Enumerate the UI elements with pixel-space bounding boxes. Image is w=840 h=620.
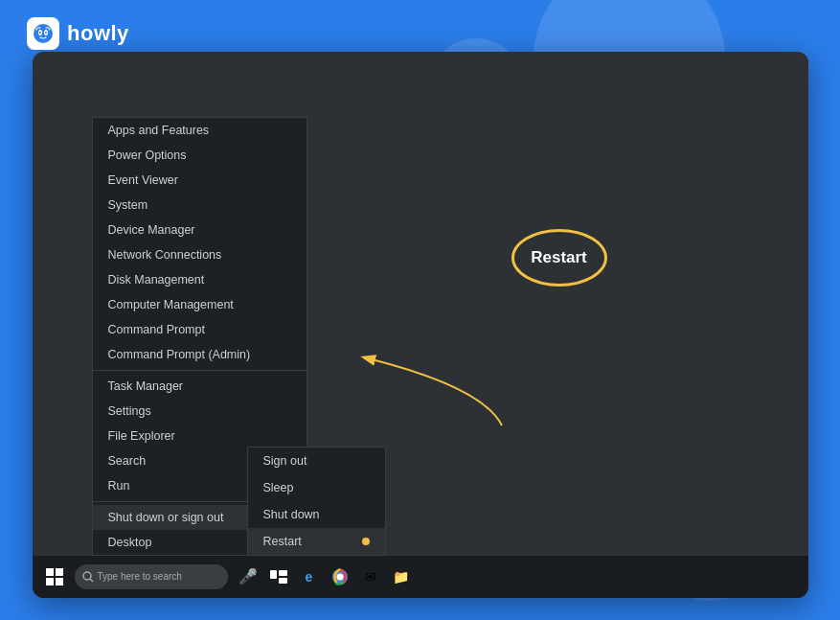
restart-dot [362, 538, 370, 545]
desktop: Apps and FeaturesPower OptionsEvent View… [33, 52, 808, 598]
explorer-icon[interactable]: 📁 [391, 566, 412, 587]
winx-menu-item-system[interactable]: System [93, 193, 306, 218]
winx-menu-item-apps-features[interactable]: Apps and Features [93, 118, 306, 143]
logo-bar: howly [27, 17, 129, 50]
submenu-item-restart[interactable]: Restart [248, 528, 385, 555]
winx-menu-item-disk-management[interactable]: Disk Management [93, 267, 306, 292]
restart-highlight-circle: Restart [511, 229, 607, 287]
mail-icon[interactable]: ✉ [360, 566, 381, 587]
winx-menu-item-event-viewer[interactable]: Event Viewer [93, 168, 306, 193]
svg-rect-7 [56, 568, 63, 576]
logo-icon [27, 17, 59, 50]
start-button[interactable] [40, 563, 69, 591]
shutdown-submenu: Sign outSleepShut downRestart [247, 447, 386, 556]
svg-rect-14 [279, 578, 287, 584]
svg-line-11 [90, 579, 93, 582]
mic-icon[interactable]: 🎤 [238, 566, 259, 587]
chrome-icon[interactable] [329, 566, 351, 587]
winx-menu-item-computer-management[interactable]: Computer Management [93, 292, 306, 317]
screen-container: Apps and FeaturesPower OptionsEvent View… [33, 52, 808, 598]
winx-menu-item-command-prompt-admin[interactable]: Command Prompt (Admin) [93, 342, 306, 367]
search-placeholder: Type here to search [98, 571, 182, 582]
svg-point-4 [45, 32, 47, 34]
submenu-item-shut-down[interactable]: Shut down [248, 501, 385, 528]
winx-menu-item-command-prompt[interactable]: Command Prompt [93, 317, 306, 342]
restart-circle-label: Restart [531, 248, 587, 267]
taskbar-search[interactable]: Type here to search [75, 564, 228, 589]
edge-icon[interactable]: e [299, 566, 320, 587]
winx-menu-item-settings[interactable]: Settings [93, 399, 306, 424]
winx-menu-item-file-explorer[interactable]: File Explorer [93, 424, 306, 448]
menu-separator [93, 370, 306, 371]
winx-menu-item-network-connections[interactable]: Network Connections [93, 242, 306, 267]
submenu-item-sign-out[interactable]: Sign out [248, 448, 385, 474]
task-view-icon[interactable] [268, 566, 289, 587]
svg-point-3 [39, 32, 41, 34]
winx-menu-item-device-manager[interactable]: Device Manager [93, 218, 306, 242]
winx-menu-item-power-options[interactable]: Power Options [93, 143, 306, 168]
taskbar: Type here to search 🎤 e [33, 556, 808, 598]
svg-point-16 [336, 573, 343, 580]
svg-rect-6 [46, 568, 54, 576]
svg-rect-8 [46, 578, 54, 586]
svg-point-10 [83, 572, 91, 580]
annotation-arrow [358, 330, 540, 445]
submenu-item-sleep[interactable]: Sleep [248, 474, 385, 501]
taskbar-icons: 🎤 e [238, 566, 412, 587]
svg-rect-13 [279, 570, 287, 576]
svg-point-0 [34, 24, 53, 43]
winx-menu-item-task-manager[interactable]: Task Manager [93, 374, 306, 399]
logo-text: howly [67, 21, 129, 46]
svg-rect-9 [56, 578, 63, 586]
svg-rect-12 [270, 570, 277, 579]
